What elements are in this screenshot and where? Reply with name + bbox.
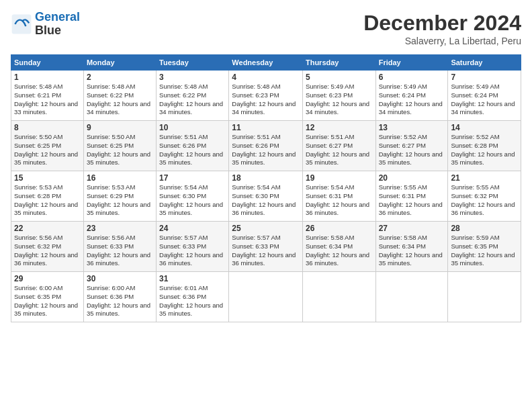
day-info: Sunrise: 5:55 AM Sunset: 6:32 PM Dayligh…	[451, 183, 518, 218]
day-number: 22	[14, 224, 81, 233]
day-number: 7	[451, 73, 518, 82]
day-info: Sunrise: 5:48 AM Sunset: 6:22 PM Dayligh…	[159, 83, 226, 117]
day-number: 15	[14, 173, 81, 183]
col-sunday: Sunday	[11, 55, 84, 71]
day-number: 23	[87, 224, 153, 233]
calendar-cell: 16 Sunrise: 5:53 AM Sunset: 6:29 PM Dayl…	[83, 171, 156, 222]
calendar-cell	[302, 272, 375, 322]
day-info: Sunrise: 6:00 AM Sunset: 6:36 PM Dayligh…	[87, 284, 153, 318]
day-number: 9	[87, 123, 153, 132]
day-info: Sunrise: 5:49 AM Sunset: 6:24 PM Dayligh…	[451, 83, 518, 117]
calendar-cell: 6 Sunrise: 5:49 AM Sunset: 6:24 PM Dayli…	[375, 71, 448, 121]
day-info: Sunrise: 5:49 AM Sunset: 6:23 PM Dayligh…	[306, 83, 373, 117]
svg-rect-0	[12, 14, 32, 34]
calendar-week-row: 29 Sunrise: 6:00 AM Sunset: 6:35 PM Dayl…	[11, 272, 521, 322]
day-info: Sunrise: 6:00 AM Sunset: 6:35 PM Dayligh…	[14, 284, 81, 318]
calendar-cell: 18 Sunrise: 5:54 AM Sunset: 6:30 PM Dayl…	[229, 171, 303, 222]
day-number: 4	[232, 73, 300, 82]
day-number: 21	[451, 173, 518, 183]
day-number: 3	[159, 73, 226, 82]
calendar-cell: 4 Sunrise: 5:48 AM Sunset: 6:23 PM Dayli…	[229, 71, 303, 121]
day-info: Sunrise: 5:55 AM Sunset: 6:31 PM Dayligh…	[379, 183, 445, 218]
calendar-cell: 29 Sunrise: 6:00 AM Sunset: 6:35 PM Dayl…	[11, 272, 84, 322]
day-number: 18	[232, 173, 300, 183]
calendar-cell: 26 Sunrise: 5:58 AM Sunset: 6:34 PM Dayl…	[302, 222, 375, 272]
day-number: 14	[451, 123, 518, 132]
day-number: 25	[232, 224, 300, 233]
day-number: 27	[379, 224, 445, 233]
day-number: 1	[14, 73, 81, 82]
calendar-cell: 12 Sunrise: 5:51 AM Sunset: 6:27 PM Dayl…	[302, 121, 375, 171]
day-info: Sunrise: 5:53 AM Sunset: 6:29 PM Dayligh…	[87, 183, 153, 218]
calendar-cell: 27 Sunrise: 5:58 AM Sunset: 6:34 PM Dayl…	[375, 222, 448, 272]
logo: General Blue	[11, 11, 80, 38]
col-monday: Monday	[83, 55, 156, 71]
day-info: Sunrise: 6:01 AM Sunset: 6:36 PM Dayligh…	[159, 284, 226, 318]
logo-text: General Blue	[35, 11, 80, 38]
calendar-cell: 3 Sunrise: 5:48 AM Sunset: 6:22 PM Dayli…	[157, 71, 229, 121]
calendar-week-row: 8 Sunrise: 5:50 AM Sunset: 6:25 PM Dayli…	[11, 121, 521, 171]
calendar-cell	[229, 272, 303, 322]
col-saturday: Saturday	[448, 55, 521, 71]
day-number: 16	[87, 173, 153, 183]
day-info: Sunrise: 5:48 AM Sunset: 6:22 PM Dayligh…	[87, 83, 153, 117]
day-info: Sunrise: 5:59 AM Sunset: 6:35 PM Dayligh…	[451, 234, 518, 268]
calendar-cell: 23 Sunrise: 5:56 AM Sunset: 6:33 PM Dayl…	[83, 222, 156, 272]
calendar-cell: 31 Sunrise: 6:01 AM Sunset: 6:36 PM Dayl…	[157, 272, 229, 322]
day-number: 8	[14, 123, 81, 132]
day-info: Sunrise: 5:52 AM Sunset: 6:28 PM Dayligh…	[451, 133, 518, 167]
day-info: Sunrise: 5:48 AM Sunset: 6:23 PM Dayligh…	[232, 83, 300, 117]
col-thursday: Thursday	[302, 55, 375, 71]
calendar-table: Sunday Monday Tuesday Wednesday Thursday…	[11, 54, 521, 322]
day-number: 11	[232, 123, 300, 132]
calendar-cell: 13 Sunrise: 5:52 AM Sunset: 6:27 PM Dayl…	[375, 121, 448, 171]
day-info: Sunrise: 5:50 AM Sunset: 6:25 PM Dayligh…	[14, 133, 81, 167]
calendar-cell: 22 Sunrise: 5:56 AM Sunset: 6:32 PM Dayl…	[11, 222, 84, 272]
day-number: 31	[159, 274, 226, 283]
location-subtitle: Salaverry, La Libertad, Peru	[363, 36, 521, 46]
calendar-cell: 9 Sunrise: 5:50 AM Sunset: 6:25 PM Dayli…	[83, 121, 156, 171]
day-info: Sunrise: 5:53 AM Sunset: 6:28 PM Dayligh…	[14, 183, 81, 218]
col-friday: Friday	[375, 55, 448, 71]
day-info: Sunrise: 5:54 AM Sunset: 6:31 PM Dayligh…	[306, 183, 373, 218]
calendar-cell: 1 Sunrise: 5:48 AM Sunset: 6:21 PM Dayli…	[11, 71, 84, 121]
calendar-cell: 14 Sunrise: 5:52 AM Sunset: 6:28 PM Dayl…	[448, 121, 521, 171]
calendar-cell: 2 Sunrise: 5:48 AM Sunset: 6:22 PM Dayli…	[83, 71, 156, 121]
day-number: 2	[87, 73, 153, 82]
day-number: 26	[306, 224, 373, 233]
day-number: 30	[87, 274, 153, 283]
calendar-week-row: 15 Sunrise: 5:53 AM Sunset: 6:28 PM Dayl…	[11, 171, 521, 222]
col-wednesday: Wednesday	[229, 55, 303, 71]
day-number: 5	[306, 73, 373, 82]
day-info: Sunrise: 5:56 AM Sunset: 6:33 PM Dayligh…	[87, 234, 153, 268]
calendar-cell: 8 Sunrise: 5:50 AM Sunset: 6:25 PM Dayli…	[11, 121, 84, 171]
day-info: Sunrise: 5:58 AM Sunset: 6:34 PM Dayligh…	[379, 234, 445, 268]
day-number: 29	[14, 274, 81, 283]
day-number: 10	[159, 123, 226, 132]
logo-icon	[11, 13, 32, 35]
calendar-cell: 20 Sunrise: 5:55 AM Sunset: 6:31 PM Dayl…	[375, 171, 448, 222]
calendar-cell: 24 Sunrise: 5:57 AM Sunset: 6:33 PM Dayl…	[157, 222, 229, 272]
calendar-cell: 15 Sunrise: 5:53 AM Sunset: 6:28 PM Dayl…	[11, 171, 84, 222]
month-title: December 2024	[363, 11, 521, 36]
day-number: 19	[306, 173, 373, 183]
calendar-cell: 17 Sunrise: 5:54 AM Sunset: 6:30 PM Dayl…	[157, 171, 229, 222]
day-info: Sunrise: 5:57 AM Sunset: 6:33 PM Dayligh…	[159, 234, 226, 268]
calendar-week-row: 1 Sunrise: 5:48 AM Sunset: 6:21 PM Dayli…	[11, 71, 521, 121]
calendar-cell: 7 Sunrise: 5:49 AM Sunset: 6:24 PM Dayli…	[448, 71, 521, 121]
day-info: Sunrise: 5:51 AM Sunset: 6:27 PM Dayligh…	[306, 133, 373, 167]
day-info: Sunrise: 5:56 AM Sunset: 6:32 PM Dayligh…	[14, 234, 81, 268]
calendar-header-row: Sunday Monday Tuesday Wednesday Thursday…	[11, 55, 521, 71]
page: General Blue December 2024 Salaverry, La…	[0, 0, 532, 411]
day-number: 13	[379, 123, 445, 132]
calendar-week-row: 22 Sunrise: 5:56 AM Sunset: 6:32 PM Dayl…	[11, 222, 521, 272]
day-number: 12	[306, 123, 373, 132]
day-info: Sunrise: 5:54 AM Sunset: 6:30 PM Dayligh…	[232, 183, 300, 218]
day-number: 28	[451, 224, 518, 233]
calendar-cell: 11 Sunrise: 5:51 AM Sunset: 6:26 PM Dayl…	[229, 121, 303, 171]
day-info: Sunrise: 5:58 AM Sunset: 6:34 PM Dayligh…	[306, 234, 373, 268]
title-block: December 2024 Salaverry, La Libertad, Pe…	[363, 11, 521, 46]
day-info: Sunrise: 5:52 AM Sunset: 6:27 PM Dayligh…	[379, 133, 445, 167]
calendar-cell: 5 Sunrise: 5:49 AM Sunset: 6:23 PM Dayli…	[302, 71, 375, 121]
day-info: Sunrise: 5:50 AM Sunset: 6:25 PM Dayligh…	[87, 133, 153, 167]
